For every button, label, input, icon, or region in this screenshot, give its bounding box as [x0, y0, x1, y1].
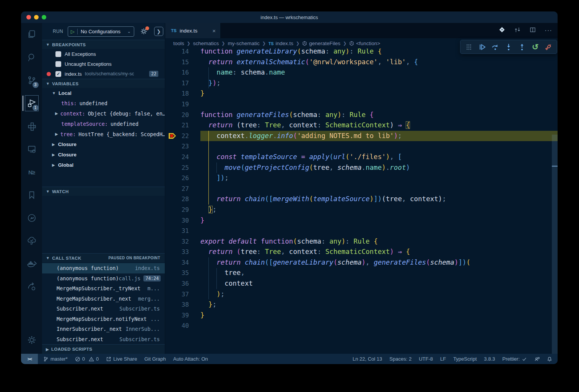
more-actions-icon[interactable]: ··· [545, 27, 552, 34]
call-stack-frame[interactable]: MergeMapSubscriber._tryNextm... [42, 283, 165, 294]
breakpoint-checkbox[interactable] [55, 61, 61, 67]
code-line[interactable]: 15 return externalSchematic('@nrwl/works… [165, 57, 558, 68]
status-eol[interactable]: LF [440, 356, 446, 362]
run-and-debug-icon[interactable]: 1 [23, 92, 41, 115]
split-editor-icon[interactable] [529, 26, 536, 35]
extensions-icon[interactable] [23, 115, 41, 138]
call-stack-section-header[interactable]: ▼ CALL STACK PAUSED ON BREAKPOINT [42, 253, 165, 262]
search-icon[interactable] [23, 46, 41, 69]
breadcrumb-item-tools[interactable]: tools [173, 41, 184, 46]
status-error-count[interactable]: 0 [75, 356, 85, 362]
watch-section-header[interactable]: ▼ WATCH [42, 187, 165, 196]
code-line[interactable]: 35 tree, [165, 268, 558, 278]
call-stack-frame[interactable]: (anonymous function)index.ts [42, 263, 165, 273]
timeline-icon[interactable] [23, 207, 41, 229]
code-line[interactable]: 24 const templateSource = apply(url('./f… [165, 152, 558, 163]
code-line[interactable]: 28 return chain([mergeWith(templateSourc… [165, 194, 558, 205]
code-line[interactable]: 36 context [165, 278, 558, 289]
breadcrumb-item-indexts[interactable]: TSindex.ts [268, 41, 293, 46]
breakpoint-checkbox[interactable]: ✓ [55, 71, 61, 77]
code-line[interactable]: 29 }; [165, 205, 558, 215]
editor-scrollbar[interactable] [552, 135, 558, 354]
variables-scope-closure[interactable]: ▶Closure [42, 150, 165, 160]
status-notifications[interactable] [547, 356, 552, 362]
status-language-mode[interactable]: TypeScript [453, 356, 477, 362]
code-line[interactable]: 26 ]); [165, 173, 558, 184]
source-control-icon[interactable]: 3 [23, 69, 41, 92]
remote-indicator[interactable]: >< [21, 354, 38, 364]
variables-section-header[interactable]: ▼ VARIABLES [42, 79, 165, 88]
code-line[interactable]: 18} [165, 88, 558, 99]
code-line[interactable]: 34 return chain([generateLibrary(schema)… [165, 257, 558, 268]
code-line[interactable]: 33 return (tree: Tree, context: Schemati… [165, 247, 558, 257]
launch-config-dropdown[interactable]: ▷ No Configurations ⌄ [68, 26, 134, 37]
live-share-icon[interactable] [23, 275, 41, 298]
code-line[interactable]: 27 [165, 184, 558, 194]
status-prettier[interactable]: Prettier: [502, 356, 527, 362]
call-stack-frame[interactable]: Subscriber.nextSubscriber.ts [42, 334, 165, 345]
close-tab-icon[interactable]: × [212, 28, 216, 34]
code-line[interactable]: 22 context.logger.info('adding NOTES.md … [165, 131, 558, 142]
breakpoint-checkbox[interactable] [55, 51, 61, 57]
breakpoints-section-header[interactable]: ▼ BREAKPOINTS [42, 40, 165, 49]
configure-gear-icon[interactable] [140, 27, 148, 36]
call-stack-frame[interactable]: (anonymous function)call.js74:24 [42, 273, 165, 284]
step-into-icon[interactable] [504, 42, 514, 52]
toolbar-drag-handle[interactable] [464, 42, 474, 52]
variable-row[interactable]: templateSource:undefined [42, 119, 165, 129]
code-line[interactable]: 30} [165, 215, 558, 226]
status-encoding[interactable]: UTF-8 [419, 356, 433, 362]
code-line[interactable]: 20function generateFiles(schema: any): R… [165, 110, 558, 120]
breadcrumb-item-function[interactable]: <function> [349, 41, 380, 46]
breakpoint-row[interactable]: Uncaught Exceptions [42, 59, 165, 69]
variables-scope-closure[interactable]: ▶Closure [42, 139, 165, 150]
loaded-scripts-section-header[interactable]: ▶ LOADED SCRIPTS [42, 344, 165, 354]
code-line[interactable]: 19 [165, 99, 558, 110]
status-git-graph[interactable]: Git Graph [144, 356, 166, 362]
code-line[interactable]: 16 name: schema.name [165, 67, 558, 78]
breakpoint-row[interactable]: ✓index.tstools/schematics/my-sch...22 [42, 69, 165, 79]
variables-scope-local[interactable]: ▼ Local [42, 88, 165, 98]
test-explorer-icon[interactable] [23, 229, 41, 252]
status-warning-count[interactable]: 0 [89, 356, 99, 362]
variable-row[interactable]: ▶context:Object {debug: false, en… [42, 108, 165, 119]
code-line[interactable]: 21 return (tree: Tree, context: Schemati… [165, 120, 558, 131]
code-line[interactable]: 39} [165, 310, 558, 321]
call-stack-frame[interactable]: Subscriber.nextSubscriber.ts [42, 304, 165, 314]
code-line[interactable]: 40 [165, 320, 558, 331]
code-line[interactable]: 25 move(getProjectConfig(tree, schema.na… [165, 163, 558, 173]
code-line[interactable]: 23 [165, 141, 558, 152]
step-over-icon[interactable] [490, 42, 500, 52]
compare-changes-icon[interactable] [514, 26, 521, 35]
variables-scope-global[interactable]: ▶Global [42, 160, 165, 170]
explorer-icon[interactable] [23, 23, 41, 46]
start-debug-icon[interactable]: ▷ [68, 29, 78, 34]
open-debug-console-icon[interactable]: ❯ [154, 27, 163, 36]
code-line[interactable]: 31 [165, 226, 558, 236]
variable-row[interactable]: this:undefined [42, 98, 165, 108]
status-git-branch[interactable]: master* [43, 356, 68, 362]
nx-console-icon[interactable]: N≥ [23, 161, 41, 184]
disconnect-icon[interactable] [543, 42, 553, 52]
remote-explorer-icon[interactable] [23, 138, 41, 161]
bookmarks-icon[interactable] [23, 184, 41, 207]
call-stack-frame[interactable]: MergeMapSubscriber.notifyNext... [42, 314, 165, 324]
status-auto-attach[interactable]: Auto Attach: On [173, 356, 208, 362]
status-live-share[interactable]: Live Share [106, 356, 137, 362]
call-stack-frame[interactable]: MergeMapSubscriber._nextmerg... [42, 294, 165, 304]
docker-icon[interactable] [23, 252, 41, 275]
code-line[interactable]: 32export default function(schema: any): … [165, 236, 558, 247]
breadcrumb-item-schematics[interactable]: schematics [193, 41, 219, 46]
continue-icon[interactable] [477, 42, 487, 52]
code-editor[interactable]: 14function generateLibrary(schema: any):… [165, 49, 558, 354]
status-ts-version[interactable]: 3.8.3 [484, 356, 495, 362]
status-cursor-position[interactable]: Ln 22, Col 13 [353, 356, 382, 362]
breadcrumb-item-myschematic[interactable]: my-schematic [228, 41, 260, 46]
breadcrumb-item-generateFiles[interactable]: generateFiles [302, 41, 340, 46]
restart-icon[interactable]: ↺ [530, 42, 540, 52]
step-out-icon[interactable] [517, 42, 527, 52]
open-changes-icon[interactable] [499, 26, 506, 35]
variable-row[interactable]: ▶tree:HostTree {_backend: ScopedH… [42, 129, 165, 139]
settings-gear-icon[interactable] [23, 329, 41, 351]
call-stack-frame[interactable]: InnerSubscriber._nextInnerSub... [42, 324, 165, 334]
